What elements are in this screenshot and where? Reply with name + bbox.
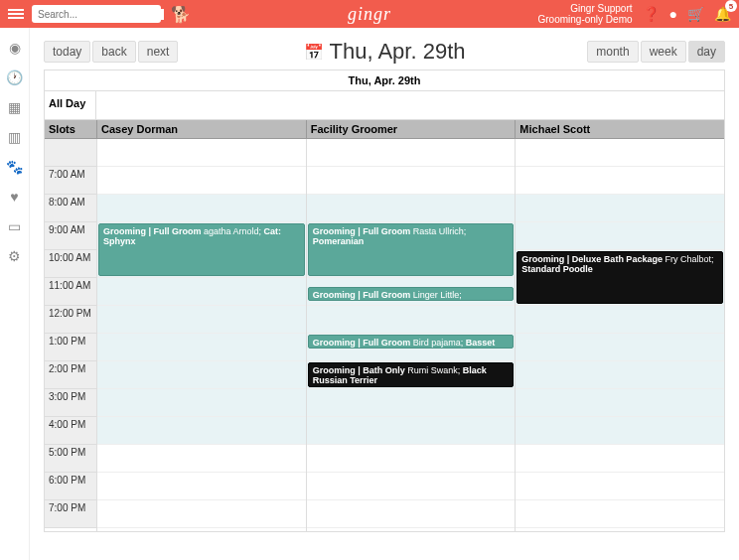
time-slot[interactable] <box>307 417 516 445</box>
month-view-button[interactable]: month <box>587 41 638 63</box>
calendar-event[interactable]: Grooming | Full Groom Bird pajama; Basse… <box>308 335 515 349</box>
paw-icon[interactable]: 🐾 <box>6 159 23 175</box>
time-slot[interactable] <box>516 445 724 473</box>
time-slot[interactable] <box>307 306 516 334</box>
time-slot[interactable] <box>516 195 724 222</box>
time-label: 1:00 PM <box>45 334 96 361</box>
barcode-icon[interactable]: ▥ <box>8 129 21 145</box>
time-slot[interactable] <box>97 361 306 389</box>
time-slot[interactable] <box>307 445 516 473</box>
time-slot[interactable] <box>307 500 516 528</box>
time-label: 5:00 PM <box>45 445 96 473</box>
time-slot[interactable] <box>97 195 306 222</box>
time-slot[interactable] <box>307 195 516 222</box>
time-slot[interactable] <box>516 222 724 250</box>
dashboard-icon[interactable]: ◉ <box>9 40 21 56</box>
account-name: Gingr Support <box>537 3 632 14</box>
globe-icon[interactable]: ● <box>669 6 677 22</box>
time-slot[interactable] <box>516 334 724 361</box>
column-header: Casey Dorman <box>96 120 306 138</box>
logo: gingr <box>348 4 391 25</box>
time-label: 10:00 AM <box>45 250 96 278</box>
time-slot[interactable] <box>307 473 516 500</box>
book-icon[interactable]: ▭ <box>8 218 21 234</box>
time-label: 9:00 AM <box>45 222 96 250</box>
time-slot[interactable] <box>97 167 306 195</box>
bell-icon[interactable]: 🔔5 <box>714 6 731 22</box>
help-icon[interactable]: ❓ <box>643 6 660 22</box>
main-content: today back next 📅 Thu, Apr. 29th month w… <box>30 28 739 560</box>
allday-row: All Day <box>45 91 724 120</box>
time-label: 7:00 AM <box>45 167 96 195</box>
topbar: ⌕ 🐕 gingr Gingr Support Grooming-only De… <box>0 0 739 28</box>
time-label: 12:00 PM <box>45 306 96 334</box>
time-slot[interactable] <box>97 389 306 417</box>
search-box[interactable]: ⌕ <box>32 5 161 23</box>
title-text: Thu, Apr. 29th <box>330 39 466 65</box>
day-columns: Grooming | Full Groom agatha Arnold; Cat… <box>96 139 724 531</box>
notification-badge: 5 <box>725 0 737 12</box>
column-header: Michael Scott <box>515 120 724 138</box>
time-slot[interactable] <box>516 500 724 528</box>
time-slot[interactable] <box>516 389 724 417</box>
calendar-toolbar: today back next 📅 Thu, Apr. 29th month w… <box>44 38 725 66</box>
time-slot[interactable] <box>97 445 306 473</box>
header-right: Gingr Support Grooming-only Demo ❓ ● 🛒 🔔… <box>537 3 731 25</box>
time-slot[interactable] <box>307 139 516 167</box>
time-slot[interactable] <box>97 500 306 528</box>
time-slot[interactable] <box>97 473 306 500</box>
search-input[interactable] <box>38 9 164 20</box>
time-slot[interactable] <box>97 417 306 445</box>
time-slot[interactable] <box>516 361 724 389</box>
page-title: 📅 Thu, Apr. 29th <box>304 39 466 65</box>
time-slot[interactable] <box>97 306 306 334</box>
title-calendar-icon: 📅 <box>304 43 324 62</box>
slots-label: Slots <box>45 120 96 138</box>
allday-area[interactable] <box>96 91 724 119</box>
calendar-event[interactable]: Grooming | Full Groom Rasta Ullrich; Pom… <box>308 223 515 276</box>
time-label: 8:00 AM <box>45 195 96 222</box>
heart-icon[interactable]: ♥ <box>10 189 18 205</box>
time-slot[interactable] <box>97 334 306 361</box>
day-column[interactable]: Grooming | Deluxe Bath Package Fry Chalb… <box>515 139 724 531</box>
day-column[interactable]: Grooming | Full Groom Rasta Ullrich; Pom… <box>306 139 516 531</box>
calendar-grid: 7:00 AM8:00 AM9:00 AM10:00 AM11:00 AM12:… <box>45 139 724 531</box>
back-button[interactable]: back <box>92 41 135 63</box>
time-slot[interactable] <box>516 417 724 445</box>
time-label: 11:00 AM <box>45 278 96 306</box>
cart-icon[interactable]: 🛒 <box>687 6 704 22</box>
account-subtitle: Grooming-only Demo <box>537 14 632 25</box>
day-view-button[interactable]: day <box>688 41 725 63</box>
allday-label: All Day <box>45 91 96 119</box>
calendar: Thu, Apr. 29th All Day Slots Casey Dorma… <box>44 70 725 532</box>
calendar-icon[interactable]: ▦ <box>8 99 21 115</box>
column-headers: Slots Casey Dorman Facility Groomer Mich… <box>45 120 724 139</box>
search-icon[interactable]: ⌕ <box>164 8 171 20</box>
next-button[interactable]: next <box>138 41 179 63</box>
gear-icon[interactable]: ⚙ <box>8 248 21 264</box>
time-slot[interactable] <box>516 139 724 167</box>
time-label: 2:00 PM <box>45 361 96 389</box>
time-slot[interactable] <box>307 389 516 417</box>
today-button[interactable]: today <box>44 41 90 63</box>
calendar-event[interactable]: Grooming | Full Groom Linger Little; Lab… <box>308 287 515 301</box>
time-slot[interactable] <box>516 306 724 334</box>
time-column: 7:00 AM8:00 AM9:00 AM10:00 AM11:00 AM12:… <box>45 139 96 531</box>
time-slot[interactable] <box>97 139 306 167</box>
time-slot[interactable] <box>516 167 724 195</box>
calendar-event[interactable]: Grooming | Full Groom agatha Arnold; Cat… <box>98 223 305 276</box>
day-column[interactable]: Grooming | Full Groom agatha Arnold; Cat… <box>96 139 306 531</box>
calendar-event[interactable]: Grooming | Bath Only Rumi Swank; Black R… <box>308 362 515 387</box>
time-label: 7:00 PM <box>45 500 96 528</box>
week-view-button[interactable]: week <box>641 41 686 63</box>
calendar-event[interactable]: Grooming | Deluxe Bath Package Fry Chalb… <box>517 251 723 304</box>
time-label: 6:00 PM <box>45 473 96 500</box>
menu-icon[interactable] <box>8 9 24 19</box>
time-slot[interactable] <box>97 278 306 306</box>
sidebar: ◉ 🕐 ▦ ▥ 🐾 ♥ ▭ ⚙ <box>0 28 30 560</box>
time-slot[interactable] <box>307 167 516 195</box>
time-slot[interactable] <box>516 473 724 500</box>
date-header: Thu, Apr. 29th <box>45 70 724 91</box>
clock-icon[interactable]: 🕐 <box>6 70 23 85</box>
account-label[interactable]: Gingr Support Grooming-only Demo <box>537 3 632 25</box>
